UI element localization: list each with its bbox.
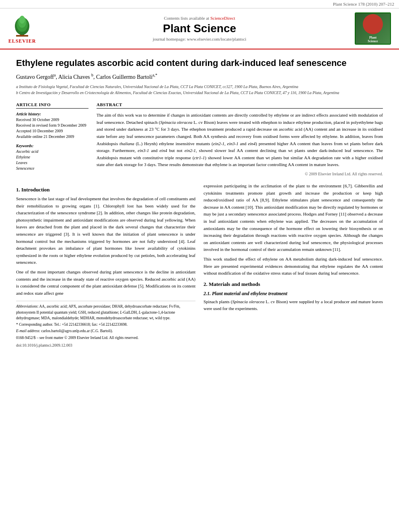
intro-para1: Senescence is the last stage of leaf dev… bbox=[16, 195, 195, 266]
authors: Gustavo Gergoffa, Alicia Chaves b, Carlo… bbox=[16, 73, 383, 81]
svg-rect-5 bbox=[16, 35, 28, 37]
copyright-line: © 2009 Elsevier Ireland Ltd. All rights … bbox=[97, 172, 383, 176]
elsevier-logo: ELSEVIER bbox=[8, 13, 36, 44]
corresponding-fn: * Corresponding author. Tel.: +54 221423… bbox=[16, 322, 195, 327]
article-info-heading: ARTICLE INFO bbox=[16, 102, 88, 109]
journal-name: Plant Science bbox=[44, 22, 355, 35]
plant-science-badge: PlantScience bbox=[356, 13, 390, 44]
affiliation-b: b Centro de Investigación y Desarrollo e… bbox=[16, 90, 383, 96]
sciencedirect-name: ScienceDirect bbox=[210, 16, 235, 21]
plant-science-logo: PlantScience bbox=[355, 12, 391, 45]
journal-url: journal homepage: www.elsevier.com/locat… bbox=[44, 37, 355, 41]
issn-fn: 0168-9452/$ – see front matter © 2009 El… bbox=[16, 335, 195, 341]
right-para1: expression participating in the acclimat… bbox=[204, 183, 383, 253]
elsevier-brand-text: ELSEVIER bbox=[8, 38, 36, 44]
affiliation-a: a Instituto de Fisiología Vegetal, Facul… bbox=[16, 84, 383, 90]
received-date: Received 30 October 2009 bbox=[16, 117, 88, 123]
affiliations: a Instituto de Fisiología Vegetal, Facul… bbox=[16, 84, 383, 96]
body-two-column: 1. Introduction Senescence is the last s… bbox=[16, 183, 383, 349]
abbreviations-fn: Abbreviations: AA, ascorbic acid; APX, a… bbox=[16, 304, 195, 321]
abstract-text: The aim of this work was to determine if… bbox=[97, 112, 383, 168]
plant-material-heading: 2.1. Plant material and ethylene treatme… bbox=[204, 291, 383, 297]
article-container: Ethylene regulates ascorbic acid content… bbox=[0, 49, 399, 357]
article-info-panel: ARTICLE INFO Article history: Received 3… bbox=[16, 102, 88, 176]
footnotes: Abbreviations: AA, ascorbic acid; APX, a… bbox=[16, 301, 195, 348]
article-meta-section: ARTICLE INFO Article history: Received 3… bbox=[16, 102, 383, 176]
doi-fn: doi:10.1016/j.plantsci.2009.12.003 bbox=[16, 342, 195, 348]
keywords-label: Keywords: bbox=[16, 144, 88, 148]
journal-header: ELSEVIER Contents lists available at Sci… bbox=[0, 8, 399, 49]
top-bar: Plant Science 178 (2010) 207–212 bbox=[0, 0, 399, 8]
right-para2: This work studied the effect of ethylene… bbox=[204, 256, 383, 277]
abstract-panel: ABSTRACT The aim of this work was to det… bbox=[97, 102, 383, 176]
badge-label: PlantScience bbox=[368, 36, 378, 43]
introduction-heading: 1. Introduction bbox=[16, 187, 195, 193]
article-history-section: Article history: Received 30 October 200… bbox=[16, 112, 88, 140]
available-date: Available online 21 December 2009 bbox=[16, 134, 88, 140]
keywords-list: Ascorbic acidEthyleneLeavesSenescence bbox=[16, 149, 88, 171]
journal-title-block: Contents lists available at ScienceDirec… bbox=[44, 16, 355, 41]
svg-point-4 bbox=[19, 16, 25, 24]
keywords-section: Keywords: Ascorbic acidEthyleneLeavesSen… bbox=[16, 144, 88, 171]
sciencedirect-link: Contents lists available at ScienceDirec… bbox=[44, 16, 355, 21]
abstract-heading: ABSTRACT bbox=[97, 102, 383, 109]
materials-heading: 2. Materials and methods bbox=[204, 281, 383, 288]
badge-circle bbox=[363, 14, 383, 34]
body-right-column: expression participating in the acclimat… bbox=[204, 183, 383, 349]
volume-info: Plant Science 178 (2010) 207–212 bbox=[333, 2, 394, 6]
body-left-column: 1. Introduction Senescence is the last s… bbox=[16, 183, 195, 349]
email-fn: E-mail address: carlos.bartoli@agro.unlp… bbox=[16, 328, 195, 334]
plant-material-text: Spinach plants (Spinacia oleracea L. cv … bbox=[204, 298, 383, 312]
revised-date: Received in revised form 9 December 2009 bbox=[16, 123, 88, 128]
author-names: Gustavo Gergoffa, Alicia Chaves b, Carlo… bbox=[16, 74, 157, 80]
intro-para2: One of the most important changes observ… bbox=[16, 269, 195, 297]
article-title: Ethylene regulates ascorbic acid content… bbox=[16, 58, 383, 69]
accepted-date: Accepted 10 December 2009 bbox=[16, 128, 88, 134]
article-history-label: Article history: bbox=[16, 112, 88, 116]
